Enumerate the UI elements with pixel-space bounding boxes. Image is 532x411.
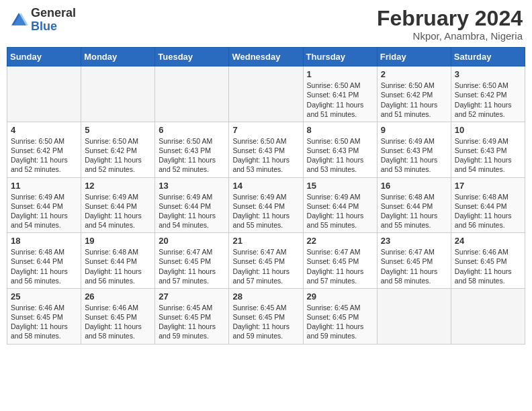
weekday-header-tuesday: Tuesday [155, 48, 229, 66]
calendar-cell [155, 66, 229, 122]
calendar-cell: 22Sunrise: 6:47 AM Sunset: 6:45 PM Dayli… [303, 233, 377, 289]
day-number: 28 [232, 291, 299, 302]
day-number: 10 [455, 125, 521, 135]
day-number: 11 [11, 181, 77, 191]
day-info: Sunrise: 6:48 AM Sunset: 6:44 PM Dayligh… [455, 192, 521, 230]
weekday-header-friday: Friday [377, 48, 451, 66]
weekday-header-sunday: Sunday [7, 48, 81, 66]
calendar-title: February 2024 [377, 7, 523, 30]
day-info: Sunrise: 6:45 AM Sunset: 6:45 PM Dayligh… [159, 303, 225, 341]
calendar-cell: 14Sunrise: 6:49 AM Sunset: 6:44 PM Dayli… [229, 177, 303, 233]
calendar-cell: 13Sunrise: 6:49 AM Sunset: 6:44 PM Dayli… [155, 177, 229, 233]
day-info: Sunrise: 6:50 AM Sunset: 6:42 PM Dayligh… [381, 81, 447, 119]
logo: General Blue [9, 7, 76, 34]
calendar-table: SundayMondayTuesdayWednesdayThursdayFrid… [7, 47, 525, 344]
calendar-cell: 6Sunrise: 6:50 AM Sunset: 6:43 PM Daylig… [155, 122, 229, 177]
day-number: 15 [307, 181, 373, 191]
day-info: Sunrise: 6:49 AM Sunset: 6:44 PM Dayligh… [307, 192, 373, 230]
calendar-cell: 11Sunrise: 6:49 AM Sunset: 6:44 PM Dayli… [7, 177, 81, 233]
calendar-cell: 20Sunrise: 6:47 AM Sunset: 6:45 PM Dayli… [155, 233, 229, 289]
week-row-5: 25Sunrise: 6:46 AM Sunset: 6:45 PM Dayli… [7, 288, 525, 344]
calendar-cell [81, 66, 155, 122]
calendar-cell: 10Sunrise: 6:49 AM Sunset: 6:43 PM Dayli… [451, 122, 525, 177]
day-info: Sunrise: 6:47 AM Sunset: 6:45 PM Dayligh… [381, 247, 447, 285]
day-number: 20 [159, 236, 225, 246]
day-info: Sunrise: 6:48 AM Sunset: 6:44 PM Dayligh… [381, 192, 447, 230]
calendar-cell: 7Sunrise: 6:50 AM Sunset: 6:43 PM Daylig… [229, 122, 303, 177]
day-info: Sunrise: 6:48 AM Sunset: 6:44 PM Dayligh… [85, 247, 151, 285]
day-info: Sunrise: 6:50 AM Sunset: 6:42 PM Dayligh… [11, 136, 77, 175]
calendar-cell: 19Sunrise: 6:48 AM Sunset: 6:44 PM Dayli… [81, 233, 155, 289]
day-info: Sunrise: 6:45 AM Sunset: 6:45 PM Dayligh… [232, 303, 299, 341]
calendar-cell [451, 288, 525, 344]
day-number: 7 [232, 125, 299, 135]
calendar-cell: 9Sunrise: 6:49 AM Sunset: 6:43 PM Daylig… [377, 122, 451, 177]
calendar-cell [7, 66, 81, 122]
day-number: 21 [232, 236, 299, 246]
title-section: February 2024 Nkpor, Anambra, Nigeria [377, 7, 523, 42]
day-number: 4 [11, 125, 77, 135]
logo-text: General Blue [31, 7, 76, 34]
day-info: Sunrise: 6:47 AM Sunset: 6:45 PM Dayligh… [232, 247, 299, 285]
day-info: Sunrise: 6:50 AM Sunset: 6:41 PM Dayligh… [307, 81, 373, 119]
day-number: 22 [307, 236, 373, 246]
day-info: Sunrise: 6:50 AM Sunset: 6:43 PM Dayligh… [307, 136, 373, 175]
calendar-cell: 1Sunrise: 6:50 AM Sunset: 6:41 PM Daylig… [303, 66, 377, 122]
day-number: 12 [85, 181, 151, 191]
calendar-cell: 24Sunrise: 6:46 AM Sunset: 6:45 PM Dayli… [451, 233, 525, 289]
day-info: Sunrise: 6:46 AM Sunset: 6:45 PM Dayligh… [11, 303, 77, 341]
day-number: 27 [159, 291, 225, 302]
calendar-cell: 26Sunrise: 6:46 AM Sunset: 6:45 PM Dayli… [81, 288, 155, 344]
day-number: 19 [85, 236, 151, 246]
day-number: 25 [11, 291, 77, 302]
day-number: 23 [381, 236, 447, 246]
day-info: Sunrise: 6:49 AM Sunset: 6:44 PM Dayligh… [11, 192, 77, 230]
calendar-cell [377, 288, 451, 344]
day-number: 24 [455, 236, 521, 246]
calendar-cell: 5Sunrise: 6:50 AM Sunset: 6:42 PM Daylig… [81, 122, 155, 177]
day-number: 2 [381, 69, 447, 79]
day-info: Sunrise: 6:47 AM Sunset: 6:45 PM Dayligh… [307, 247, 373, 285]
day-number: 14 [232, 181, 299, 191]
day-number: 1 [307, 69, 373, 79]
weekday-header-monday: Monday [81, 48, 155, 66]
calendar-cell: 3Sunrise: 6:50 AM Sunset: 6:42 PM Daylig… [451, 66, 525, 122]
day-info: Sunrise: 6:47 AM Sunset: 6:45 PM Dayligh… [159, 247, 225, 285]
day-info: Sunrise: 6:50 AM Sunset: 6:43 PM Dayligh… [232, 136, 299, 175]
page-header: General Blue February 2024 Nkpor, Anambr… [7, 7, 525, 42]
weekday-header-wednesday: Wednesday [229, 48, 303, 66]
calendar-cell: 8Sunrise: 6:50 AM Sunset: 6:43 PM Daylig… [303, 122, 377, 177]
calendar-cell: 16Sunrise: 6:48 AM Sunset: 6:44 PM Dayli… [377, 177, 451, 233]
weekday-header-thursday: Thursday [303, 48, 377, 66]
day-info: Sunrise: 6:48 AM Sunset: 6:44 PM Dayligh… [11, 247, 77, 285]
calendar-cell: 21Sunrise: 6:47 AM Sunset: 6:45 PM Dayli… [229, 233, 303, 289]
day-number: 8 [307, 125, 373, 135]
weekday-header-row: SundayMondayTuesdayWednesdayThursdayFrid… [7, 48, 525, 66]
day-number: 29 [307, 291, 373, 302]
day-number: 17 [455, 181, 521, 191]
week-row-3: 11Sunrise: 6:49 AM Sunset: 6:44 PM Dayli… [7, 177, 525, 233]
calendar-cell: 2Sunrise: 6:50 AM Sunset: 6:42 PM Daylig… [377, 66, 451, 122]
week-row-2: 4Sunrise: 6:50 AM Sunset: 6:42 PM Daylig… [7, 122, 525, 177]
day-info: Sunrise: 6:46 AM Sunset: 6:45 PM Dayligh… [455, 247, 521, 285]
week-row-1: 1Sunrise: 6:50 AM Sunset: 6:41 PM Daylig… [7, 66, 525, 122]
day-number: 16 [381, 181, 447, 191]
week-row-4: 18Sunrise: 6:48 AM Sunset: 6:44 PM Dayli… [7, 233, 525, 289]
day-number: 5 [85, 125, 151, 135]
day-info: Sunrise: 6:49 AM Sunset: 6:43 PM Dayligh… [381, 136, 447, 175]
day-info: Sunrise: 6:45 AM Sunset: 6:45 PM Dayligh… [307, 303, 373, 341]
day-info: Sunrise: 6:49 AM Sunset: 6:44 PM Dayligh… [232, 192, 299, 230]
weekday-header-saturday: Saturday [451, 48, 525, 66]
day-number: 9 [381, 125, 447, 135]
day-number: 26 [85, 291, 151, 302]
day-info: Sunrise: 6:50 AM Sunset: 6:43 PM Dayligh… [159, 136, 225, 175]
calendar-cell: 12Sunrise: 6:49 AM Sunset: 6:44 PM Dayli… [81, 177, 155, 233]
calendar-cell: 25Sunrise: 6:46 AM Sunset: 6:45 PM Dayli… [7, 288, 81, 344]
calendar-cell [229, 66, 303, 122]
calendar-cell: 28Sunrise: 6:45 AM Sunset: 6:45 PM Dayli… [229, 288, 303, 344]
day-info: Sunrise: 6:49 AM Sunset: 6:43 PM Dayligh… [455, 136, 521, 175]
calendar-subtitle: Nkpor, Anambra, Nigeria [377, 30, 523, 42]
day-info: Sunrise: 6:49 AM Sunset: 6:44 PM Dayligh… [159, 192, 225, 230]
calendar-cell: 4Sunrise: 6:50 AM Sunset: 6:42 PM Daylig… [7, 122, 81, 177]
calendar-cell: 23Sunrise: 6:47 AM Sunset: 6:45 PM Dayli… [377, 233, 451, 289]
